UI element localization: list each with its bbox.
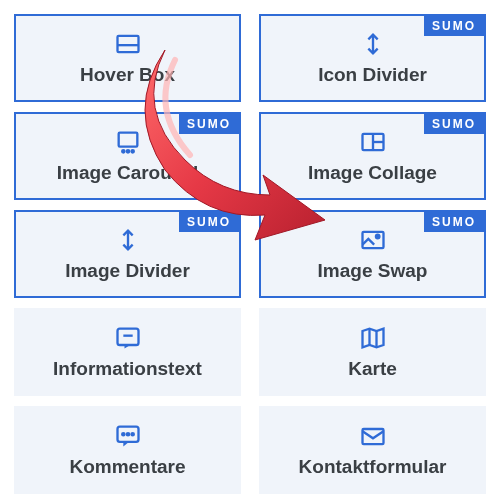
svg-rect-22 — [362, 429, 383, 444]
image-carousel-icon — [114, 128, 142, 156]
svg-rect-3 — [118, 133, 137, 147]
tile-informationstext[interactable]: Informationstext — [14, 308, 241, 396]
tile-karte[interactable]: Karte — [259, 308, 486, 396]
tile-icon-divider[interactable]: SUMO Icon Divider — [259, 14, 486, 102]
tile-hover-box[interactable]: Hover Box — [14, 14, 241, 102]
tile-label: Image Carousel — [57, 162, 199, 184]
svg-point-19 — [122, 433, 124, 435]
tile-label: Image Swap — [318, 260, 428, 282]
svg-point-5 — [126, 150, 128, 152]
svg-point-20 — [126, 433, 128, 435]
tile-image-swap[interactable]: SUMO Image Swap — [259, 210, 486, 298]
svg-point-21 — [131, 433, 133, 435]
comments-icon — [114, 422, 142, 450]
image-divider-icon — [114, 226, 142, 254]
tile-kommentare[interactable]: Kommentare — [14, 406, 241, 494]
tile-label: Kontaktformular — [299, 456, 447, 478]
tile-label: Informationstext — [53, 358, 202, 380]
tile-image-carousel[interactable]: SUMO Image Carousel — [14, 112, 241, 200]
tile-label: Icon Divider — [318, 64, 427, 86]
map-icon — [359, 324, 387, 352]
tile-label: Karte — [348, 358, 397, 380]
tile-label: Kommentare — [69, 456, 185, 478]
sumo-badge: SUMO — [424, 16, 484, 36]
hover-box-icon — [114, 30, 142, 58]
image-swap-icon — [359, 226, 387, 254]
sumo-badge: SUMO — [179, 114, 239, 134]
tile-label: Image Divider — [65, 260, 190, 282]
info-text-icon — [114, 324, 142, 352]
sumo-badge: SUMO — [179, 212, 239, 232]
svg-marker-15 — [362, 329, 383, 348]
tile-label: Hover Box — [80, 64, 175, 86]
tile-image-divider[interactable]: SUMO Image Divider — [14, 210, 241, 298]
image-collage-icon — [359, 128, 387, 156]
svg-point-12 — [375, 235, 379, 239]
svg-point-6 — [131, 150, 133, 152]
tile-kontaktformular[interactable]: Kontaktformular — [259, 406, 486, 494]
module-grid: Hover Box SUMO Icon Divider SUMO Image C… — [14, 14, 486, 494]
sumo-badge: SUMO — [424, 212, 484, 232]
sumo-badge: SUMO — [424, 114, 484, 134]
contact-form-icon — [359, 422, 387, 450]
tile-image-collage[interactable]: SUMO Image Collage — [259, 112, 486, 200]
icon-divider-icon — [359, 30, 387, 58]
svg-point-4 — [122, 150, 124, 152]
tile-label: Image Collage — [308, 162, 437, 184]
